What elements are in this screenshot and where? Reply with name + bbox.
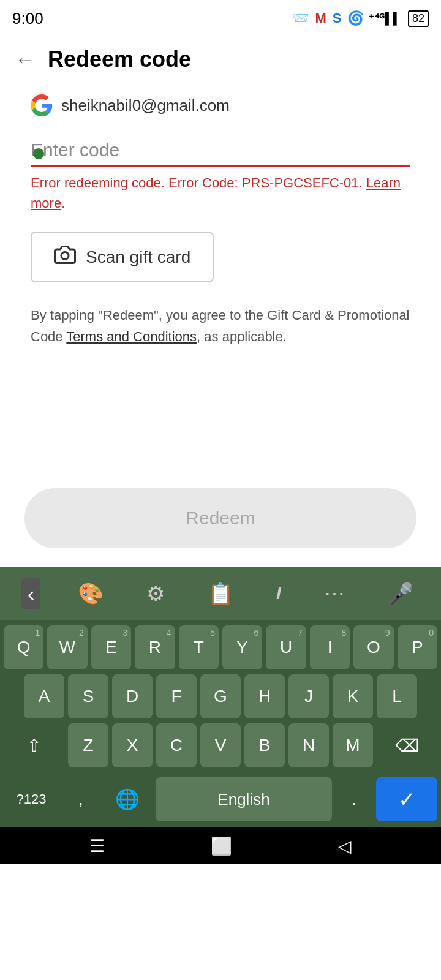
status-time: 9:00 xyxy=(12,9,43,28)
back-button[interactable]: ← xyxy=(15,48,36,72)
keyboard-back-btn[interactable]: ‹ xyxy=(21,578,40,609)
code-input[interactable] xyxy=(31,135,410,167)
account-row: sheiknabil0@gmail.com xyxy=(31,94,410,116)
camera-icon xyxy=(54,244,76,270)
keyboard-toolbar: ‹ 🎨 ⚙ 📋 I ⋯ 🎤 xyxy=(0,567,441,620)
cursor-dot xyxy=(33,148,44,159)
keyboard-rows: 1Q 2W 3E 4R 5T 6Y 7U 8I 9O 0P A S D F G … xyxy=(0,620,441,777)
spacer xyxy=(31,347,410,470)
key-a[interactable]: A xyxy=(24,674,64,718)
key-globe[interactable]: 🌐 xyxy=(103,777,152,821)
key-v[interactable]: V xyxy=(200,723,241,767)
account-email: sheiknabil0@gmail.com xyxy=(61,96,230,115)
key-z[interactable]: Z xyxy=(68,723,108,767)
key-n[interactable]: N xyxy=(288,723,329,767)
nav-back-btn[interactable]: ◁ xyxy=(338,836,352,856)
key-f[interactable]: F xyxy=(156,674,197,718)
key-j[interactable]: J xyxy=(288,674,329,718)
status-right-icons: 📨 M S 🌀 ⁺⁴ᴳ▌▌ 82 xyxy=(292,10,429,27)
key-e[interactable]: 3E xyxy=(91,625,131,669)
keyboard: ‹ 🎨 ⚙ 📋 I ⋯ 🎤 1Q 2W 3E 4R 5T 6Y 7U 8I 9O… xyxy=(0,567,441,827)
key-q[interactable]: 1Q xyxy=(4,625,43,669)
nav-menu-btn[interactable]: ☰ xyxy=(89,836,105,856)
key-d[interactable]: D xyxy=(112,674,153,718)
key-h[interactable]: H xyxy=(244,674,285,718)
gmail-icon: M xyxy=(315,10,326,26)
terms-link[interactable]: Terms and Conditions xyxy=(66,329,197,344)
keyboard-clipboard-btn[interactable]: 📋 xyxy=(202,578,239,609)
s-icon: S xyxy=(333,10,342,26)
key-k[interactable]: K xyxy=(333,674,373,718)
svg-point-0 xyxy=(61,252,69,260)
key-p[interactable]: 0P xyxy=(398,625,437,669)
redeem-button[interactable]: Redeem xyxy=(24,488,417,548)
key-r[interactable]: 4R xyxy=(135,625,175,669)
app-icon: 🌀 xyxy=(347,10,364,26)
redeem-btn-wrapper: Redeem xyxy=(0,488,441,567)
bottom-nav-bar: ☰ ⬜ ◁ xyxy=(0,827,441,864)
key-check[interactable]: ✓ xyxy=(376,777,437,821)
keyboard-mic-btn[interactable]: 🎤 xyxy=(382,578,420,609)
key-shift[interactable]: ⇧ xyxy=(4,723,64,767)
keyboard-more-btn[interactable]: ⋯ xyxy=(318,578,351,609)
key-l[interactable]: L xyxy=(377,674,417,718)
key-u[interactable]: 7U xyxy=(266,625,306,669)
key-space[interactable]: English xyxy=(156,777,332,821)
content-area: sheiknabil0@gmail.com Error redeeming co… xyxy=(0,82,441,488)
scan-btn-label: Scan gift card xyxy=(86,247,190,267)
scan-gift-card-button[interactable]: Scan gift card xyxy=(31,232,214,282)
key-o[interactable]: 9O xyxy=(353,625,393,669)
nav-bar: ← Redeem code xyxy=(0,37,441,82)
status-bar: 9:00 📨 M S 🌀 ⁺⁴ᴳ▌▌ 82 xyxy=(0,0,441,37)
error-message: Error redeeming code. Error Code: PRS-PG… xyxy=(31,173,410,213)
key-y[interactable]: 6Y xyxy=(222,625,262,669)
key-comma[interactable]: , xyxy=(62,777,99,821)
key-w[interactable]: 2W xyxy=(47,625,87,669)
key-b[interactable]: B xyxy=(244,723,285,767)
google-logo-icon xyxy=(31,94,53,116)
terms-text: By tapping "Redeem", you agree to the Gi… xyxy=(31,304,410,347)
key-t[interactable]: 5T xyxy=(179,625,219,669)
key-row-2: A S D F G H J K L xyxy=(4,674,437,718)
key-s[interactable]: S xyxy=(68,674,108,718)
key-x[interactable]: X xyxy=(112,723,153,767)
message-icon: 📨 xyxy=(292,10,309,26)
key-period[interactable]: . xyxy=(336,777,372,821)
keyboard-settings-btn[interactable]: ⚙ xyxy=(140,578,171,609)
code-input-wrapper xyxy=(31,135,410,167)
battery-icon: 82 xyxy=(408,10,429,27)
key-backspace[interactable]: ⌫ xyxy=(377,723,437,767)
key-g[interactable]: G xyxy=(200,674,241,718)
key-row-3: ⇧ Z X C V B N M ⌫ xyxy=(4,723,437,767)
keyboard-cursor-btn[interactable]: I xyxy=(270,580,287,607)
page-title: Redeem code xyxy=(48,47,191,72)
nav-home-btn[interactable]: ⬜ xyxy=(211,836,232,856)
signal-icon: ⁺⁴ᴳ▌▌ xyxy=(369,12,401,25)
key-i[interactable]: 8I xyxy=(310,625,350,669)
keyboard-bottom-row: ?123 , 🌐 English . ✓ xyxy=(0,777,441,827)
key-sym-button[interactable]: ?123 xyxy=(4,777,59,821)
notif-icons: 📨 M S 🌀 xyxy=(292,10,364,26)
key-m[interactable]: M xyxy=(333,723,373,767)
keyboard-palette-btn[interactable]: 🎨 xyxy=(72,578,110,609)
key-row-1: 1Q 2W 3E 4R 5T 6Y 7U 8I 9O 0P xyxy=(4,625,437,669)
key-c[interactable]: C xyxy=(156,723,197,767)
